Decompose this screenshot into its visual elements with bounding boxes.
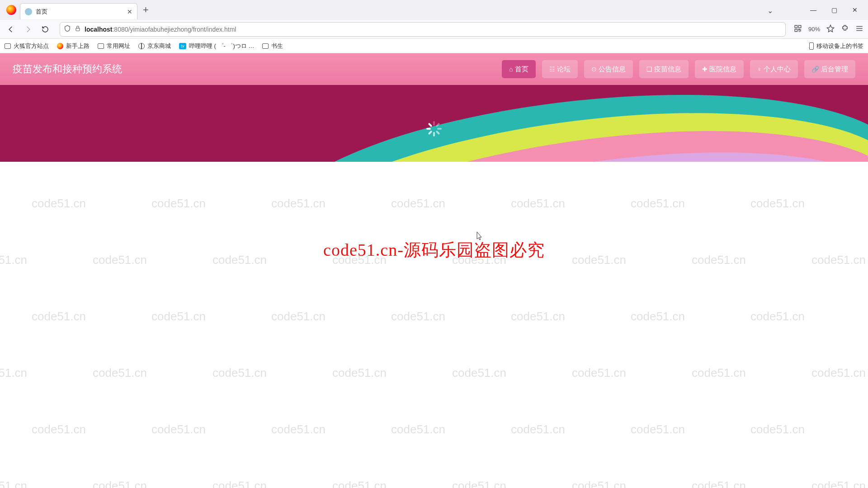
site-title: 疫苗发布和接种预约系统: [13, 62, 122, 76]
bookmark-item[interactable]: 新手上路: [57, 42, 90, 50]
nav-reload-button[interactable]: [39, 23, 52, 36]
firefox-icon: [57, 43, 63, 49]
svg-rect-1: [795, 25, 797, 28]
nav-item-label: 个人中心: [764, 65, 791, 74]
address-bar[interactable]: localhost:8080/yimiaofabuhejiezhong/fron…: [60, 22, 786, 37]
nav-item-label: 医院信息: [709, 65, 736, 74]
mobile-bookmarks-label: 移动设备上的书签: [816, 42, 863, 50]
nav-item-icon: ✚: [702, 66, 708, 73]
bookmark-label: 哔哩哔哩 ( ゜- ゜)つロ …: [189, 42, 254, 50]
folder-icon: [98, 43, 104, 49]
nav-item-icon: 🔗: [811, 66, 819, 73]
nav-item-label: 公告信息: [599, 65, 626, 74]
app-menu-icon[interactable]: [855, 24, 863, 34]
bookmark-item[interactable]: tv哔哩哔哩 ( ゜- ゜)つロ …: [179, 42, 254, 50]
nav-item-icon: ♀: [757, 66, 762, 73]
qr-icon[interactable]: [794, 24, 802, 34]
nav-item-icon: ❏: [646, 66, 652, 73]
tab-title: 首页: [36, 8, 127, 16]
site-header: 疫苗发布和接种预约系统 ⌂首页☷论坛⊙公告信息❏疫苗信息✚医院信息♀个人中心🔗后…: [0, 53, 868, 85]
bilibili-icon: tv: [179, 43, 186, 49]
folder-icon: [262, 43, 269, 49]
watermark-notice: code51.cn-源码乐园盗图必究: [0, 239, 868, 262]
nav-item[interactable]: ⌂首页: [502, 60, 535, 78]
window-close-button[interactable]: ✕: [844, 0, 865, 20]
zoom-level[interactable]: 90%: [808, 26, 820, 33]
bookmarks-bar: 火狐官方站点新手上路常用网址京东商城tv哔哩哔哩 ( ゜- ゜)つロ …书生 移…: [0, 39, 868, 53]
nav-forward-button[interactable]: [22, 23, 34, 36]
url-text: localhost:8080/yimiaofabuhejiezhong/fron…: [85, 26, 236, 33]
nav-item-label: 首页: [515, 65, 528, 74]
tabs-dropdown-button[interactable]: ⌄: [767, 6, 773, 15]
svg-rect-0: [76, 28, 80, 31]
nav-item-icon: ⌂: [509, 66, 513, 73]
svg-rect-2: [798, 25, 801, 28]
bookmark-item[interactable]: 书生: [262, 42, 283, 50]
bookmark-item[interactable]: 常用网址: [98, 42, 130, 50]
phone-icon: [809, 42, 814, 50]
nav-item-icon: ⊙: [591, 66, 597, 73]
nav-item[interactable]: ☷论坛: [542, 60, 578, 78]
browser-tab[interactable]: 首页 ✕: [20, 3, 137, 19]
loading-spinner-icon: [426, 121, 442, 136]
hero-banner: [0, 85, 868, 162]
nav-back-button[interactable]: [5, 23, 17, 36]
mobile-bookmarks-button[interactable]: 移动设备上的书签: [809, 42, 863, 50]
nav-item[interactable]: ❏疫苗信息: [639, 60, 689, 78]
nav-item[interactable]: ✚医院信息: [695, 60, 744, 78]
browser-tabstrip: 首页 ✕ + ⌄ — ▢ ✕: [0, 0, 868, 20]
bookmark-item[interactable]: 火狐官方站点: [5, 42, 49, 50]
tab-close-button[interactable]: ✕: [127, 8, 132, 15]
browser-toolbar: localhost:8080/yimiaofabuhejiezhong/fron…: [0, 20, 868, 39]
bookmark-star-icon[interactable]: [826, 24, 835, 34]
bookmark-label: 京东商城: [147, 42, 171, 50]
bookmark-label: 常用网址: [107, 42, 130, 50]
new-tab-button[interactable]: +: [143, 5, 149, 15]
bookmark-item[interactable]: 京东商城: [138, 42, 171, 50]
window-restore-button[interactable]: ▢: [824, 0, 844, 20]
nav-item[interactable]: 🔗后台管理: [804, 60, 855, 78]
nav-item-label: 疫苗信息: [654, 65, 681, 74]
folder-icon: [5, 43, 11, 49]
nav-item-label: 论坛: [557, 65, 571, 74]
nav-item-label: 后台管理: [821, 65, 848, 74]
cursor-icon: [475, 231, 483, 244]
nav-item[interactable]: ♀个人中心: [750, 60, 798, 78]
lock-icon: [75, 25, 81, 33]
shield-icon: [64, 25, 71, 34]
tab-favicon-icon: [25, 8, 32, 15]
window-minimize-button[interactable]: —: [803, 0, 824, 20]
bookmark-label: 书生: [271, 42, 283, 50]
svg-rect-3: [795, 29, 797, 32]
nav-item-icon: ☷: [549, 66, 555, 73]
globe-icon: [138, 43, 145, 49]
extensions-icon[interactable]: [841, 24, 849, 34]
firefox-logo-icon: [6, 5, 16, 15]
bookmark-label: 火狐官方站点: [14, 42, 49, 50]
nav-item[interactable]: ⊙公告信息: [584, 60, 633, 78]
bookmark-label: 新手上路: [66, 42, 90, 50]
